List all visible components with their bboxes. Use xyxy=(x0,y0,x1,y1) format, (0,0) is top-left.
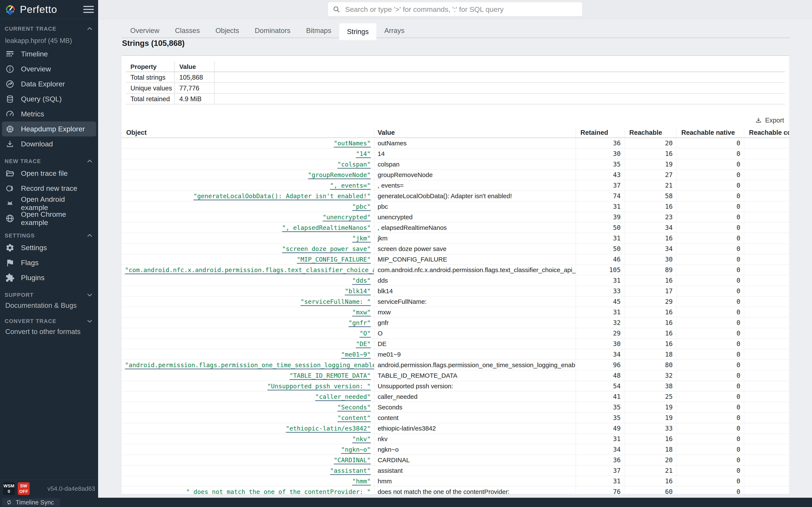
object-link[interactable]: "jkm" xyxy=(352,235,371,242)
object-link[interactable]: "mxw" xyxy=(352,308,371,316)
sidebar-footer: WSM 0 SW OFF v54.0-da4e8ad63 xyxy=(0,479,98,498)
tab-bitmaps[interactable]: Bitmaps xyxy=(298,23,339,38)
sidebar-item-query-sql[interactable]: Query (SQL) xyxy=(2,92,96,107)
tab-strings[interactable]: Strings xyxy=(339,23,376,40)
column-header-object[interactable]: Object xyxy=(121,128,374,137)
object-link[interactable]: " does not match the one of the contentP… xyxy=(186,488,371,494)
object-link[interactable]: "ngkn~o" xyxy=(341,446,371,453)
object-link[interactable]: "Unsupported pssh version: " xyxy=(267,383,371,390)
object-link[interactable]: "serviceFullName: " xyxy=(301,298,371,305)
column-header-reachable-count[interactable]: Reachable count xyxy=(744,128,789,137)
object-link[interactable]: "14" xyxy=(356,150,371,157)
chevron-down-icon[interactable] xyxy=(86,317,94,325)
column-header-retained[interactable]: Retained xyxy=(576,128,625,137)
sidebar-item-label: Plugins xyxy=(21,274,45,282)
object-link[interactable]: "me01~9" xyxy=(341,351,371,358)
object-link[interactable]: "com.android.nfc.x.android.permission.fl… xyxy=(125,266,374,274)
object-link[interactable]: "gnfr" xyxy=(349,319,371,326)
retained-cell: 49 xyxy=(576,423,625,434)
chevron-up-icon[interactable] xyxy=(86,232,94,239)
sidebar-item-label: Flags xyxy=(21,259,39,267)
object-link[interactable]: "DE" xyxy=(356,340,371,347)
sidebar-item-open-android-example[interactable]: Open Android example xyxy=(2,196,96,211)
tab-arrays[interactable]: Arrays xyxy=(376,23,412,38)
object-cell: "ngkn~o" xyxy=(121,444,374,455)
tab-dominators[interactable]: Dominators xyxy=(247,23,298,38)
object-link[interactable]: "TABLE_ID_REMOTE_DATA" xyxy=(290,372,371,379)
menu-icon[interactable] xyxy=(83,5,94,14)
timeline-sync-button[interactable]: Timeline Sync xyxy=(2,498,60,506)
tab-overview[interactable]: Overview xyxy=(122,23,167,38)
column-header-reachable-native[interactable]: Reachable native xyxy=(677,128,744,137)
object-link[interactable]: "Seconds" xyxy=(338,404,371,411)
sidebar-section-header-support[interactable]: SUPPORT xyxy=(0,290,98,299)
sidebar-item-metrics[interactable]: Metrics xyxy=(2,107,96,121)
tab-classes[interactable]: Classes xyxy=(167,23,208,38)
table-row: "hmm" hmm 31 16 0 xyxy=(121,476,789,487)
sidebar-item-timeline[interactable]: Timeline xyxy=(2,47,96,61)
reachable-native-cell: 0 xyxy=(677,275,744,286)
object-link[interactable]: "assistant" xyxy=(330,467,371,474)
sidebar-item-label: Data Explorer xyxy=(21,80,65,88)
retained-cell: 35 xyxy=(576,412,625,423)
object-link[interactable]: "O" xyxy=(360,330,371,337)
table-row: "outNames" outNames 36 20 0 xyxy=(121,138,789,149)
perfetto-logo-icon xyxy=(4,3,16,16)
tab-objects[interactable]: Objects xyxy=(208,23,247,38)
object-link[interactable]: "nkv" xyxy=(352,435,371,443)
sidebar-item-settings[interactable]: Settings xyxy=(2,240,96,255)
sidebar-section-header-new-trace[interactable]: NEW TRACE xyxy=(0,157,98,166)
reachable-native-cell: 0 xyxy=(677,349,744,359)
chevron-up-icon[interactable] xyxy=(86,25,94,33)
reachable-count-cell xyxy=(744,149,789,159)
object-link[interactable]: "content" xyxy=(338,414,371,421)
sidebar-item-heapdump-explorer[interactable]: Heapdump Explorer xyxy=(2,121,96,136)
sidebar-item-record-new-trace[interactable]: Record new trace xyxy=(2,181,96,196)
value-cell: colspan xyxy=(374,159,576,169)
chevron-down-icon[interactable] xyxy=(86,291,94,299)
object-link[interactable]: "groupRemoveNode" xyxy=(308,171,371,178)
sidebar-item-data-explorer[interactable]: Data Explorer xyxy=(2,76,96,92)
search-input[interactable] xyxy=(345,5,578,14)
object-link[interactable]: "colspan" xyxy=(338,161,371,168)
object-link[interactable]: "dds" xyxy=(352,277,371,284)
column-header-reachable[interactable]: Reachable xyxy=(625,128,677,137)
object-link[interactable]: "ethiopic-latin/es3842" xyxy=(286,425,371,432)
object-link[interactable]: "screen doze power save" xyxy=(282,245,371,252)
object-link[interactable]: "caller_needed" xyxy=(315,393,371,400)
object-link[interactable]: "generateLocalOobData(): Adapter isn't e… xyxy=(194,192,371,200)
object-link[interactable]: "CARDINAL" xyxy=(334,456,371,464)
sidebar-section-header-current-trace[interactable]: CURRENT TRACE xyxy=(0,24,98,34)
sidebar-item-documentation-bugs[interactable]: Documentation & Bugs xyxy=(2,299,96,312)
table-row: "Unsupported pssh version: " Unsupported… xyxy=(121,381,789,391)
object-link[interactable]: "hmm" xyxy=(352,477,371,485)
object-link[interactable]: "outNames" xyxy=(334,139,371,147)
chevron-up-icon[interactable] xyxy=(86,157,94,165)
sidebar-item-open-trace-file[interactable]: Open trace file xyxy=(2,166,96,181)
object-link[interactable]: "pbc" xyxy=(352,203,371,210)
sidebar-item-plugins[interactable]: Plugins xyxy=(2,270,96,285)
object-link[interactable]: "android.permission.flags.permission_one… xyxy=(125,361,374,369)
object-link[interactable]: "MIP_CONFIG_FAILURE" xyxy=(297,256,371,263)
search-bar[interactable] xyxy=(328,2,582,16)
object-link[interactable]: ", elapsedRealtimeNanos" xyxy=(282,224,371,231)
reachable-cell: 16 xyxy=(625,149,677,159)
object-link[interactable]: "unencrypted" xyxy=(323,214,371,221)
reachable-cell: 21 xyxy=(625,180,677,190)
sidebar-item-overview[interactable]: Overview xyxy=(2,61,96,76)
sidebar-item-convert-to-other-formats[interactable]: Convert to other formats xyxy=(2,326,96,338)
sidebar-item-open-chrome-example[interactable]: Open Chrome example xyxy=(2,211,96,226)
sidebar-item-flags[interactable]: Flags xyxy=(2,255,96,270)
object-cell: "generateLocalOobData(): Adapter isn't e… xyxy=(121,191,374,201)
value-cell: screen doze power save xyxy=(374,243,576,254)
export-button[interactable]: Export xyxy=(755,117,784,124)
sidebar-section-header-settings[interactable]: SETTINGS xyxy=(0,231,98,240)
value-cell: TABLE_ID_REMOTE_DATA xyxy=(374,370,576,381)
column-header-value[interactable]: Value xyxy=(374,128,576,137)
object-link[interactable]: "blk14" xyxy=(345,287,371,295)
database-icon xyxy=(5,95,14,104)
value-cell: Seconds xyxy=(374,402,576,412)
sidebar-item-download[interactable]: Download xyxy=(2,136,96,152)
sidebar-section-header-convert-trace[interactable]: CONVERT TRACE xyxy=(0,317,98,326)
object-link[interactable]: ", events=" xyxy=(330,182,371,189)
